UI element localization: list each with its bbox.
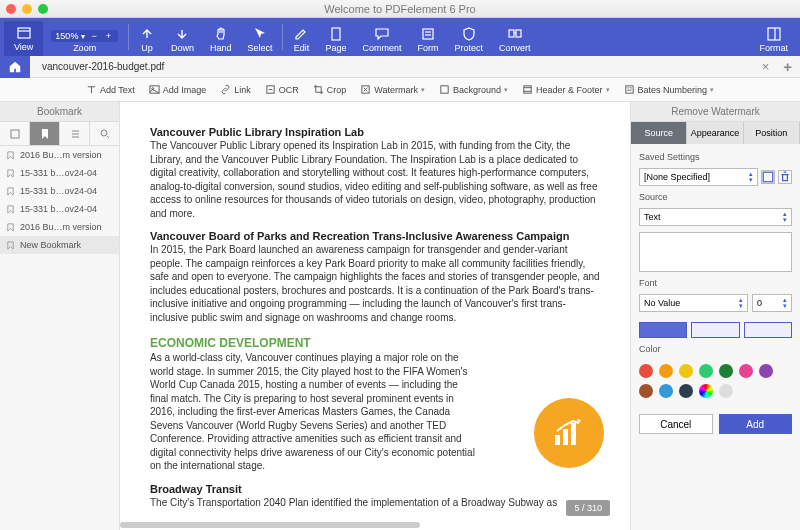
page-indicator[interactable]: 5 / 310: [566, 500, 610, 516]
sidebar-tab-thumbnails[interactable]: [0, 122, 30, 145]
up-button[interactable]: Up: [131, 24, 163, 56]
edit-icon: [293, 26, 309, 42]
sidebar-tab-outline[interactable]: [60, 122, 90, 145]
cancel-button[interactable]: Cancel: [639, 414, 713, 434]
down-button[interactable]: Down: [163, 24, 202, 56]
zoom-value: 150%: [55, 31, 78, 41]
text-icon: [86, 84, 97, 95]
align-left-button[interactable]: [639, 322, 687, 338]
tab-close-icon[interactable]: ×: [756, 59, 776, 74]
down-icon: [174, 26, 190, 42]
document-tabbar: vancouver-2016-budget.pdf × +: [0, 56, 800, 78]
bookmark-item[interactable]: 15-331 b…ov24-04: [0, 182, 119, 200]
background-icon: [439, 84, 450, 95]
tab-appearance[interactable]: Appearance: [687, 122, 743, 144]
view-icon: [16, 25, 32, 41]
view-label: View: [14, 42, 33, 52]
edit-button[interactable]: Edit: [285, 24, 317, 56]
color-swatch[interactable]: [639, 384, 653, 398]
document-view[interactable]: Vancouver Public Library Inspiration Lab…: [120, 102, 630, 530]
right-panel: Remove Watermark Source Appearance Posit…: [630, 102, 800, 530]
bookmark-icon: [6, 241, 15, 250]
align-right-button[interactable]: [744, 322, 792, 338]
source-select[interactable]: Text▴▾: [639, 208, 792, 226]
protect-button[interactable]: Protect: [447, 24, 492, 56]
color-swatch[interactable]: [719, 364, 733, 378]
watermark-icon: [360, 84, 371, 95]
bookmark-icon: [39, 128, 51, 140]
protect-label: Protect: [455, 43, 484, 53]
bookmark-item[interactable]: 2016 Bu…m version: [0, 218, 119, 236]
right-panel-title: Remove Watermark: [631, 102, 800, 122]
color-swatch[interactable]: [679, 364, 693, 378]
select-icon: [252, 26, 268, 42]
svg-line-25: [107, 136, 109, 138]
add-text-button[interactable]: Add Text: [81, 82, 140, 97]
home-tab[interactable]: [0, 56, 30, 78]
page-button[interactable]: Page: [317, 24, 354, 56]
bookmark-icon: [6, 187, 15, 196]
sidebar-tab-bookmarks[interactable]: [30, 122, 60, 145]
form-icon: [420, 26, 436, 42]
comment-button[interactable]: Comment: [355, 24, 410, 56]
header-footer-label: Header & Footer: [536, 85, 603, 95]
sidebar-tab-search[interactable]: [90, 122, 119, 145]
tab-add-icon[interactable]: +: [775, 58, 800, 75]
file-tab[interactable]: vancouver-2016-budget.pdf: [30, 56, 756, 78]
zoom-control[interactable]: 150%▾ −+ Zoom: [43, 28, 126, 56]
chart-badge: [534, 398, 604, 468]
edit-toolbar: Add Text Add Image Link OCR Crop Waterma…: [0, 78, 800, 102]
link-button[interactable]: Link: [215, 82, 256, 97]
add-image-label: Add Image: [163, 85, 207, 95]
color-swatch[interactable]: [659, 364, 673, 378]
doc-heading: Broadway Transit: [150, 483, 600, 495]
bookmark-item[interactable]: 15-331 b…ov24-04: [0, 164, 119, 182]
svg-point-24: [101, 130, 107, 136]
color-swatch[interactable]: [679, 384, 693, 398]
color-swatch[interactable]: [659, 384, 673, 398]
color-swatch[interactable]: [639, 364, 653, 378]
crop-button[interactable]: Crop: [308, 82, 352, 97]
bates-button[interactable]: 12Bates Numbering▾: [619, 82, 720, 97]
tab-source[interactable]: Source: [631, 122, 687, 144]
bookmark-item[interactable]: 15-331 b…ov24-04: [0, 200, 119, 218]
select-button[interactable]: Select: [239, 24, 280, 56]
watermark-button[interactable]: Watermark▾: [355, 82, 430, 97]
protect-icon: [461, 26, 477, 42]
source-text-input[interactable]: [639, 232, 792, 272]
bookmark-item[interactable]: New Bookmark: [0, 236, 119, 254]
color-swatch[interactable]: [699, 384, 713, 398]
background-button[interactable]: Background▾: [434, 82, 513, 97]
saved-settings-select[interactable]: [None Specified]▴▾: [639, 168, 758, 186]
bates-icon: 12: [624, 84, 635, 95]
format-button[interactable]: Format: [751, 24, 796, 56]
bookmark-item[interactable]: 2016 Bu…m version: [0, 146, 119, 164]
link-icon: [220, 84, 231, 95]
delete-settings-icon[interactable]: [778, 170, 792, 184]
align-center-button[interactable]: [691, 322, 739, 338]
svg-rect-14: [441, 86, 448, 93]
doc-paragraph: The City's Transportation 2040 Plan iden…: [150, 496, 600, 510]
list-icon: [69, 128, 81, 140]
color-swatch[interactable]: [699, 364, 713, 378]
watermark-label: Watermark: [374, 85, 418, 95]
color-swatch[interactable]: [759, 364, 773, 378]
color-swatch[interactable]: [719, 384, 733, 398]
tab-position[interactable]: Position: [744, 122, 800, 144]
save-settings-icon[interactable]: [761, 170, 775, 184]
font-size-input[interactable]: 0▴▾: [752, 294, 792, 312]
form-button[interactable]: Form: [410, 24, 447, 56]
font-select[interactable]: No Value▴▾: [639, 294, 748, 312]
convert-button[interactable]: Convert: [491, 24, 539, 56]
ocr-button[interactable]: OCR: [260, 82, 304, 97]
view-button[interactable]: View: [4, 21, 43, 56]
color-swatch[interactable]: [739, 364, 753, 378]
hand-button[interactable]: Hand: [202, 24, 240, 56]
saved-settings-label: Saved Settings: [639, 152, 792, 162]
horizontal-scrollbar[interactable]: [120, 522, 420, 528]
svg-rect-8: [768, 28, 780, 40]
add-image-button[interactable]: Add Image: [144, 82, 212, 97]
bookmark-icon: [6, 223, 15, 232]
header-footer-button[interactable]: Header & Footer▾: [517, 82, 615, 97]
add-button[interactable]: Add: [719, 414, 793, 434]
